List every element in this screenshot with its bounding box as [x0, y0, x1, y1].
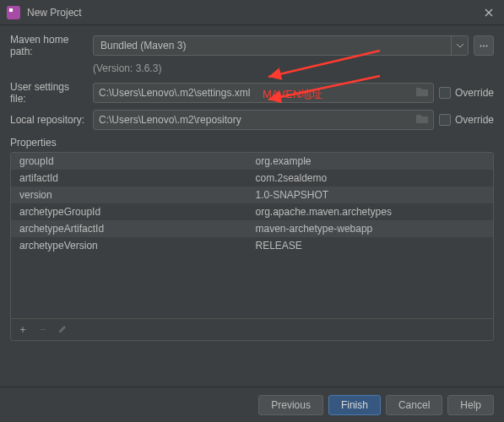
edit-property-button[interactable] — [58, 324, 68, 336]
svg-point-4 — [486, 45, 488, 46]
properties-panel: groupIdorg.exampleartifactIdcom.2sealdem… — [10, 152, 494, 341]
svg-point-3 — [483, 45, 485, 46]
local-repo-input[interactable]: C:\Users\Lenovo\.m2\repository — [93, 110, 434, 130]
properties-table: groupIdorg.exampleartifactIdcom.2sealdem… — [11, 153, 493, 254]
property-key: artifactId — [11, 172, 252, 184]
table-row[interactable]: archetypeVersionRELEASE — [11, 237, 493, 254]
window-title: New Project — [27, 7, 480, 19]
finish-button[interactable]: Finish — [328, 395, 381, 415]
maven-home-label: Maven home path: — [10, 34, 88, 57]
user-settings-value: C:\Users\Lenovo\.m2\settings.xml — [99, 87, 250, 99]
dialog-footer: Previous Finish Cancel Help — [0, 387, 504, 422]
local-repo-value: C:\Users\Lenovo\.m2\repository — [99, 114, 241, 126]
svg-point-2 — [480, 45, 482, 46]
override-label: Override — [455, 114, 494, 126]
property-value: maven-archetype-webapp — [252, 223, 494, 235]
svg-rect-1 — [9, 8, 13, 12]
remove-property-button[interactable]: － — [38, 322, 48, 337]
user-settings-input[interactable]: C:\Users\Lenovo\.m2\settings.xml MAVEN地址 — [93, 83, 434, 103]
property-value: RELEASE — [252, 240, 494, 252]
local-repo-override-checkbox[interactable]: Override — [439, 114, 494, 126]
local-repo-label: Local repository: — [10, 114, 88, 126]
svg-rect-0 — [7, 6, 20, 19]
maven-home-browse-button[interactable] — [474, 35, 494, 56]
property-key: archetypeGroupId — [11, 206, 252, 218]
checkbox-icon — [439, 114, 451, 126]
override-label: Override — [455, 87, 494, 99]
maven-home-combo[interactable]: Bundled (Maven 3) — [93, 35, 469, 56]
property-key: archetypeArtifactId — [11, 223, 252, 235]
app-logo-icon — [7, 6, 20, 19]
property-value: com.2sealdemo — [252, 172, 494, 184]
folder-icon[interactable] — [416, 114, 428, 126]
property-value: org.apache.maven.archetypes — [252, 206, 494, 218]
properties-toolbar: ＋ － — [11, 318, 493, 340]
property-key: groupId — [11, 155, 252, 167]
close-icon[interactable] — [480, 4, 497, 21]
titlebar: New Project — [0, 0, 504, 25]
table-row[interactable]: version1.0-SNAPSHOT — [11, 187, 493, 203]
table-row[interactable]: archetypeArtifactIdmaven-archetype-webap… — [11, 220, 493, 237]
folder-icon[interactable] — [416, 87, 428, 99]
user-settings-label: User settings file: — [10, 81, 88, 105]
checkbox-icon — [439, 87, 451, 99]
property-key: archetypeVersion — [11, 240, 252, 252]
properties-section-label: Properties — [10, 137, 494, 149]
add-property-button[interactable]: ＋ — [18, 322, 28, 337]
previous-button[interactable]: Previous — [258, 395, 323, 415]
cancel-button[interactable]: Cancel — [386, 395, 442, 415]
maven-home-value: Bundled (Maven 3) — [100, 40, 186, 51]
user-settings-override-checkbox[interactable]: Override — [439, 87, 494, 99]
maven-version-text: (Version: 3.6.3) — [10, 62, 494, 74]
property-value: 1.0-SNAPSHOT — [252, 189, 494, 201]
property-key: version — [11, 189, 252, 201]
table-row[interactable]: groupIdorg.example — [11, 153, 493, 170]
annotation-maven-address: MAVEN地址 — [263, 87, 322, 102]
chevron-down-icon[interactable] — [451, 36, 468, 55]
table-row[interactable]: artifactIdcom.2sealdemo — [11, 170, 493, 187]
property-value: org.example — [252, 155, 494, 167]
table-row[interactable]: archetypeGroupIdorg.apache.maven.archety… — [11, 203, 493, 220]
help-button[interactable]: Help — [447, 395, 494, 415]
